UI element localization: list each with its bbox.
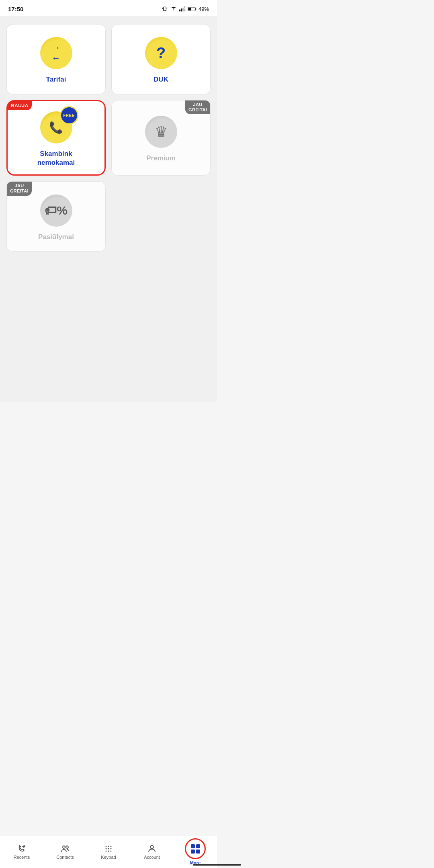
premium-icon: ♛ [145, 116, 177, 148]
free-text: FREE [63, 113, 75, 118]
battery-text: 49% [199, 6, 209, 12]
arrow-right-icon: → [52, 43, 61, 52]
card-tarifai[interactable]: → ← Tarifai [6, 24, 106, 94]
card-grid: → ← Tarifai ? DUK NAUJA 📞 [6, 24, 211, 176]
question-mark-icon: ? [156, 45, 166, 61]
crown-icon: ♛ [155, 125, 168, 139]
status-bar: 17:50 49% [0, 0, 217, 16]
card-premium[interactable]: JAUGREITAI ♛ Premium [111, 100, 211, 176]
tarifai-label: Tarifai [46, 75, 66, 84]
svg-rect-3 [179, 10, 180, 12]
tarifai-icon: → ← [40, 37, 72, 69]
skambink-label: Skambinknemokamai [37, 149, 75, 167]
jau-greitai-badge-premium: JAUGREITAI [185, 100, 210, 114]
phone-skambink-icon: 📞 [49, 121, 63, 134]
tarifai-icon-container: → ← [38, 35, 74, 71]
duk-icon-container: ? [143, 35, 179, 71]
skambink-icon-container: 📞 FREE [38, 109, 74, 145]
duk-icon: ? [145, 37, 177, 69]
card-duk[interactable]: ? DUK [111, 24, 211, 94]
vibrate-icon [162, 6, 168, 12]
arrow-left-icon: ← [52, 54, 61, 63]
main-content: → ← Tarifai ? DUK NAUJA 📞 [0, 16, 217, 402]
premium-icon-container: ♛ [143, 114, 179, 150]
pasiulymai-icon: 🏷% [40, 194, 72, 227]
duk-label: DUK [154, 75, 168, 84]
status-time: 17:50 [8, 6, 23, 12]
battery-icon [188, 6, 197, 12]
status-icons: 49% [162, 6, 209, 12]
premium-label: Premium [146, 154, 176, 163]
nauja-badge: NAUJA [8, 101, 32, 110]
jau-greitai-badge-pasiulymai: JAUGREITAI [7, 182, 32, 195]
svg-rect-0 [164, 7, 166, 10]
svg-rect-5 [182, 8, 184, 12]
card-pasiulymai[interactable]: JAUGREITAI 🏷% Pasiūlymai [6, 181, 106, 252]
wifi-icon [170, 6, 177, 12]
svg-rect-10 [188, 7, 191, 10]
empty-placeholder [111, 181, 211, 252]
svg-rect-1 [162, 8, 163, 9]
pasiulymai-label: Pasiūlymai [38, 233, 74, 242]
card-skambink[interactable]: NAUJA 📞 FREE Skambinknemokamai [6, 100, 106, 176]
svg-rect-9 [195, 8, 196, 10]
pasiulymai-icon-container: 🏷% [38, 192, 74, 229]
percent-icon: 🏷% [45, 204, 68, 217]
free-badge: FREE [60, 106, 78, 125]
svg-rect-4 [181, 8, 182, 11]
signal-icon [179, 6, 186, 12]
arrows-icon: → ← [52, 43, 61, 63]
second-row: JAUGREITAI 🏷% Pasiūlymai [6, 181, 211, 252]
svg-rect-2 [167, 8, 167, 9]
